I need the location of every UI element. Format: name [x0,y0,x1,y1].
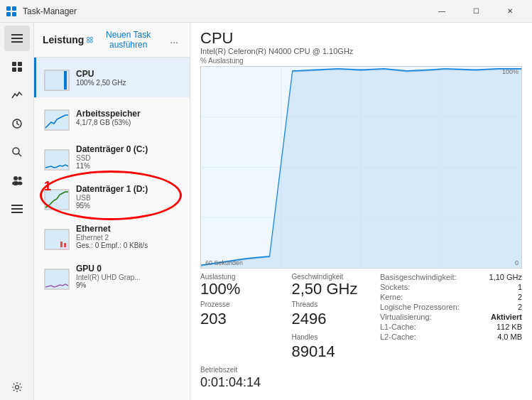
info-virtualisierung: Virtualisierung: Aktiviert [380,313,522,321]
nav-icons [0,23,34,400]
svg-line-13 [18,153,21,156]
nav-processes-icon[interactable] [4,54,30,80]
info-sockets: Sockets: 1 [380,283,522,291]
betriebszeit-stat-value: 0:01:04:14 [200,374,278,391]
betriebszeit-stat-label: Betriebszeit [200,366,278,374]
content-subtitle: Intel(R) Celeron(R) N4000 CPU @ 1.10GHz [200,47,522,55]
svg-point-21 [15,386,18,389]
sidebar-item-disk1[interactable]: Datenträger 1 (D:) USB 95% [34,177,190,217]
svg-rect-37 [64,243,66,247]
ethernet-name: Ethernet [76,224,183,234]
gpu-pct: 9% [76,281,183,289]
svg-rect-38 [60,242,63,247]
ethernet-stats: Ges.: 0 Empf.: 0 KBit/s [76,242,183,249]
sidebar-item-disk0[interactable]: Datenträger 0 (C:) SSD 11% [34,137,190,177]
ram-name: Arbeitsspeicher [76,109,183,119]
threads-stat-value: 2496 [292,308,369,330]
disk0-type: SSD [76,154,183,162]
title-bar: Task-Manager — ☐ ✕ [0,0,532,23]
device-list: CPU 100% 2,50 GHz Arbeitsspeicher 4,1/7,… [34,58,190,400]
auslastung-stat: Auslastung 100% [200,273,278,298]
svg-point-14 [13,176,18,180]
sidebar-item-cpu[interactable]: CPU 100% 2,50 GHz [34,58,190,97]
svg-rect-10 [18,67,22,72]
neuen-task-button[interactable]: Neuen Task ausführen [84,28,163,51]
sockets-key: Sockets: [380,283,410,291]
gpu-name: GPU 0 [76,264,183,274]
disk0-name: Datenträger 0 (C:) [76,144,183,154]
auslastung-label: % Auslastung [200,57,522,65]
svg-rect-5 [11,38,23,39]
handles-stat: Handles 89014 [292,333,369,363]
info-basisgeschwindigkeit: Basisgeschwindigkeit: 1,10 GHz [380,273,522,281]
disk0-pct: 11% [76,162,183,170]
svg-rect-18 [11,205,23,206]
maximize-button[interactable]: ☐ [460,0,492,23]
disk1-name: Datenträger 1 (D:) [76,184,183,194]
prozesse-stat: Prozesse 203 [200,301,278,330]
cpu-stats: 100% 2,50 GHz [76,79,183,87]
minimize-button[interactable]: — [425,0,458,23]
info-l1: L1-Cache: 112 KB [380,323,522,331]
info-kerne: Kerne: 2 [380,293,522,301]
disk1-pct: 95% [76,202,183,210]
nav-settings-icon[interactable] [4,374,30,400]
geschwindigkeit-stat: Geschwindigkeit 2,50 GHz [292,273,369,298]
sidebar-title: Leistung [43,34,84,45]
sidebar-item-ram[interactable]: Arbeitsspeicher 4,1/7,8 GB (53%) [34,97,190,137]
sidebar-item-gpu[interactable]: GPU 0 Intel(R) UHD Grap... 9% [34,256,190,296]
nav-performance-icon[interactable] [4,82,30,108]
close-button[interactable]: ✕ [494,0,526,23]
logische-key: Logische Prozessoren: [380,303,460,311]
stats-section: Auslastung 100% Geschwindigkeit 2,50 GHz… [200,273,522,394]
svg-marker-47 [201,69,521,268]
graph-time-label: 60 Sekunden [205,259,243,266]
ram-stats: 4,1/7,8 GB (53%) [76,119,183,126]
svg-rect-22 [87,37,89,39]
virtualisierung-key: Virtualisierung: [380,313,432,321]
betriebszeit-stat: Betriebszeit 0:01:04:14 [200,366,278,391]
l2-val: 4,0 MB [497,333,522,341]
sidebar: Leistung Neuen Task ausführen ... [34,23,190,400]
more-options-button[interactable]: ... [167,33,181,47]
prozesse-stat-value: 203 [200,308,278,330]
sidebar-item-ethernet[interactable]: Ethernet Ethernet 2 Ges.: 0 Empf.: 0 KBi… [34,217,190,256]
nav-users-icon[interactable] [4,168,30,193]
disk1-type: USB [76,194,183,202]
basisgeschwindigkeit-key: Basisgeschwindigkeit: [380,273,457,281]
kerne-key: Kerne: [380,293,403,301]
l1-val: 112 KB [496,323,522,331]
cpu-info: CPU 100% 2,50 GHz [76,69,183,87]
nav-details-icon[interactable] [4,196,30,222]
ethernet-info: Ethernet Ethernet 2 Ges.: 0 Empf.: 0 KBi… [76,224,183,249]
disk0-info: Datenträger 0 (C:) SSD 11% [76,144,183,170]
gpu-thumbnail [43,263,70,290]
window-title: Task-Manager [23,6,77,16]
info-l2: L2-Cache: 4,0 MB [380,333,522,341]
virtualisierung-val: Aktiviert [491,313,522,321]
logische-val: 2 [518,303,522,311]
ram-info: Arbeitsspeicher 4,1/7,8 GB (53%) [76,109,183,126]
handles-stat-value: 89014 [292,341,369,363]
content-title: CPU [200,30,522,47]
prozesse-stat-label: Prozesse [200,301,278,308]
l1-key: L1-Cache: [380,323,416,331]
l2-key: L2-Cache: [380,333,416,341]
nav-search-icon[interactable] [4,139,30,165]
auslastung-stat-value: 100% [200,281,278,298]
nav-menu-icon[interactable] [4,26,30,51]
svg-point-17 [17,182,22,185]
kerne-val: 2 [518,293,522,301]
info-logische: Logische Prozessoren: 2 [380,303,522,311]
stats-left: Auslastung 100% Geschwindigkeit 2,50 GHz… [200,273,369,394]
threads-stat-label: Threads [292,301,369,308]
cpu-graph-svg [201,67,521,268]
svg-rect-23 [91,37,93,39]
svg-rect-4 [11,34,23,36]
nav-history-icon[interactable] [4,111,30,136]
app-icon [6,6,17,17]
geschwindigkeit-stat-value: 2,50 GHz [292,281,369,298]
svg-rect-24 [87,40,89,42]
cpu-name: CPU [76,69,183,79]
svg-rect-3 [12,12,16,16]
